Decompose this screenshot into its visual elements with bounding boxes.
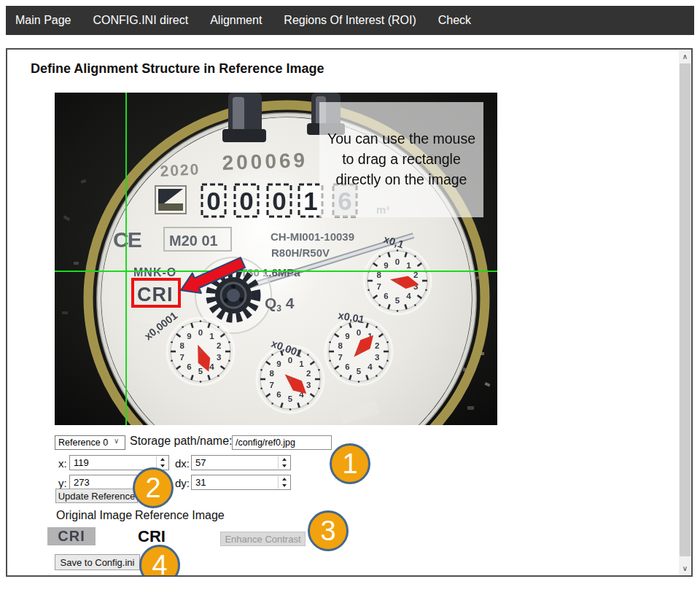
page-title: Define Alignment Structure in Reference … xyxy=(31,61,324,77)
svg-text:0: 0 xyxy=(357,328,361,337)
nav-item-config-ini[interactable]: CONFIG.INI direct xyxy=(93,14,189,27)
y-label: y: xyxy=(58,477,67,489)
reference-image-label: Reference Image xyxy=(135,509,225,522)
ce-mark: CE xyxy=(113,228,141,252)
alignment-target-text: CRI xyxy=(137,284,174,306)
svg-text:2: 2 xyxy=(375,341,379,350)
svg-text:8: 8 xyxy=(180,341,185,350)
save-to-config-button[interactable]: Save to Config.ini xyxy=(55,554,140,570)
x-spinner[interactable] xyxy=(156,456,168,469)
alignment-panel: Define Alignment Structure in Reference … xyxy=(6,48,693,577)
svg-text:9: 9 xyxy=(345,332,349,341)
approval-code: M20 01 xyxy=(169,233,218,249)
svg-text:1: 1 xyxy=(303,187,317,215)
svg-text:1: 1 xyxy=(209,332,214,341)
svg-text:0: 0 xyxy=(198,328,203,337)
page: Main Page CONFIG.INI direct Alignment Re… xyxy=(0,0,700,595)
nav-item-check[interactable]: Check xyxy=(438,14,471,27)
svg-text:6: 6 xyxy=(345,362,349,371)
svg-text:2: 2 xyxy=(306,369,311,378)
dx-input[interactable] xyxy=(191,455,291,470)
svg-text:0: 0 xyxy=(206,187,220,215)
dx-label: dx: xyxy=(175,457,190,470)
svg-text:4: 4 xyxy=(406,292,411,300)
svg-text:6: 6 xyxy=(187,362,191,371)
meter-clip-left xyxy=(222,93,266,142)
step-badge-2: 2 xyxy=(133,467,174,508)
spin-up-icon[interactable] xyxy=(157,456,168,463)
dy-spinner[interactable] xyxy=(278,476,289,489)
svg-text:4: 4 xyxy=(368,362,373,371)
svg-text:0: 0 xyxy=(395,257,400,266)
x-label: x: xyxy=(58,457,67,470)
enhance-contrast-button[interactable]: Enhance Contrast xyxy=(220,532,306,546)
svg-text:8: 8 xyxy=(270,369,275,378)
top-navbar: Main Page CONFIG.INI direct Alignment Re… xyxy=(6,6,694,35)
scroll-down-icon[interactable]: ∨ xyxy=(679,561,691,575)
drag-hint-overlay: You can use the mouse to drag a rectangl… xyxy=(319,102,483,217)
spin-up-icon[interactable] xyxy=(279,456,289,463)
dx-spinner[interactable] xyxy=(278,456,289,469)
brand-label: MNK-O xyxy=(133,266,176,279)
reference-image-canvas[interactable]: 2020 200069 0 0 0 xyxy=(55,93,497,425)
dy-input-field[interactable] xyxy=(191,475,291,490)
svg-text:3: 3 xyxy=(306,381,311,389)
step-badge-1: 1 xyxy=(330,443,370,484)
nav-item-main-page[interactable]: Main Page xyxy=(15,14,71,27)
svg-text:0: 0 xyxy=(239,187,253,215)
reference-image-thumbnail: CRI xyxy=(130,527,174,546)
spin-up-icon[interactable] xyxy=(279,476,289,483)
svg-text:1: 1 xyxy=(299,359,304,368)
svg-text:1: 1 xyxy=(406,261,411,270)
nav-item-roi[interactable]: Regions Of Interest (ROI) xyxy=(284,14,416,27)
scrollbar-thumb[interactable] xyxy=(680,63,691,556)
dx-input-field[interactable] xyxy=(191,455,291,470)
vertical-scrollbar[interactable]: ∧ ∨ xyxy=(679,50,691,575)
reference-select[interactable]: Reference 0 xyxy=(55,435,125,450)
svg-text:0: 0 xyxy=(288,356,292,365)
dy-input[interactable] xyxy=(191,475,291,490)
serial-number: 200069 xyxy=(222,149,308,174)
svg-text:9: 9 xyxy=(187,332,191,341)
svg-text:7: 7 xyxy=(180,353,184,362)
step-badge-3: 3 xyxy=(308,510,349,551)
spin-down-icon[interactable] xyxy=(279,483,289,489)
original-image-label: Original Image xyxy=(56,509,132,522)
svg-text:9: 9 xyxy=(384,261,388,270)
scroll-up-icon[interactable]: ∧ xyxy=(679,50,691,63)
svg-text:4: 4 xyxy=(209,362,214,371)
ratio-label: R80H/R50V xyxy=(271,246,330,259)
svg-text:6: 6 xyxy=(276,390,281,399)
svg-text:5: 5 xyxy=(395,296,400,305)
svg-text:0: 0 xyxy=(272,187,286,215)
svg-text:6: 6 xyxy=(384,292,388,300)
svg-text:3: 3 xyxy=(217,353,221,362)
svg-text:5: 5 xyxy=(357,367,362,376)
svg-text:2: 2 xyxy=(217,341,221,350)
storage-path-input[interactable] xyxy=(232,435,332,450)
svg-text:7: 7 xyxy=(338,353,343,362)
serial-year: 2020 xyxy=(160,160,201,179)
original-image-thumbnail: CRI xyxy=(47,527,96,545)
svg-text:7: 7 xyxy=(270,381,274,389)
flag-icon-bar xyxy=(158,203,183,211)
svg-text:9: 9 xyxy=(276,359,281,368)
svg-text:7: 7 xyxy=(377,282,381,291)
svg-text:5: 5 xyxy=(288,394,293,403)
nav-item-alignment[interactable]: Alignment xyxy=(210,14,262,27)
model-number: CH-MI001-10039 xyxy=(271,230,354,243)
dy-label: dy: xyxy=(175,477,190,489)
svg-text:3: 3 xyxy=(375,353,379,362)
spin-down-icon[interactable] xyxy=(279,463,289,470)
svg-text:5: 5 xyxy=(198,367,203,376)
step-badge-4: 4 xyxy=(139,545,180,575)
svg-text:8: 8 xyxy=(338,341,343,350)
update-reference-button[interactable]: Update Reference xyxy=(55,489,138,503)
storage-path-label: Storage path/name: xyxy=(130,435,233,448)
